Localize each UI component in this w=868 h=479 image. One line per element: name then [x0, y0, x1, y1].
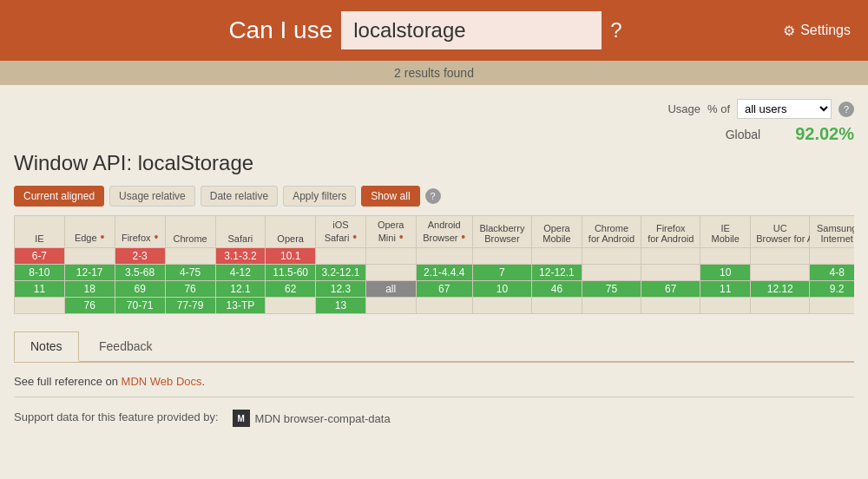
apply-filters-button[interactable]: Apply filters: [283, 186, 356, 207]
notes-content: See full reference on MDN Web Docs. Supp…: [14, 363, 854, 439]
compat-cell: [165, 248, 215, 265]
compat-cell: [316, 248, 366, 265]
compat-cell: [365, 298, 416, 314]
compat-cell: [700, 298, 751, 314]
browser-header: OperaMini •: [365, 216, 416, 248]
compat-cell: 76: [165, 281, 215, 298]
compat-cell: 13-TP: [215, 298, 266, 314]
compat-cell: 13: [316, 298, 366, 314]
compat-cell: 3.2-12.1: [316, 265, 366, 281]
mdn-package-label: MDN browser-compat-data: [255, 412, 391, 425]
compat-cell: 4-8: [810, 265, 854, 281]
tabs-area: Notes Feedback: [14, 331, 854, 363]
browser-header: BlackberryBrowser: [472, 216, 531, 248]
compat-cell: [751, 298, 810, 314]
header: Can I use ? ⚙ Settings: [0, 0, 868, 61]
compat-cell: all: [365, 281, 416, 298]
search-input[interactable]: [341, 11, 602, 49]
browser-header: SamsungInternet: [810, 216, 854, 248]
browser-header-row: IEEdge •Firefox •ChromeSafariOperaiOSSaf…: [15, 216, 855, 248]
browser-header: AndroidBrowser •: [416, 216, 472, 248]
compat-cell: [641, 298, 700, 314]
filter-help-icon[interactable]: ?: [425, 188, 441, 204]
compat-cell: 12-17: [64, 265, 115, 281]
users-dropdown[interactable]: all users tracked users: [737, 99, 832, 119]
compat-cell: 3.5-68: [115, 265, 165, 281]
support-data: Support data for this feature provided b…: [14, 406, 854, 427]
browser-header: Opera: [266, 216, 316, 248]
compat-cell: 11: [15, 281, 65, 298]
compat-cell: [810, 248, 854, 265]
main-content: Usage % of all users tracked users ? Glo…: [0, 85, 868, 453]
global-usage-row: Global 92.02%: [14, 124, 854, 144]
compat-cell: [472, 248, 531, 265]
browser-header: Firefoxfor Android: [641, 216, 700, 248]
compat-cell: 3.1-3.2: [215, 248, 266, 265]
compat-cell: 10: [700, 265, 751, 281]
usage-label: Usage: [667, 102, 700, 115]
reference-paragraph: See full reference on MDN Web Docs.: [14, 375, 854, 388]
compat-cell: [532, 298, 582, 314]
compat-cell: 46: [532, 281, 582, 298]
support-text: Support data for this feature provided b…: [14, 410, 219, 423]
browser-header: IEMobile: [700, 216, 751, 248]
usage-relative-button[interactable]: Usage relative: [109, 186, 195, 207]
settings-label: Settings: [800, 23, 851, 38]
usage-help-icon[interactable]: ?: [838, 102, 854, 117]
pct-of-label: % of: [707, 102, 730, 115]
compat-cell: 18: [64, 281, 115, 298]
browser-header: Edge •: [64, 216, 115, 248]
compat-cell: [810, 298, 854, 314]
compat-cell: 67: [416, 281, 472, 298]
compat-cell: 10: [472, 281, 531, 298]
compat-cell: 12-12.1: [532, 265, 582, 281]
tab-notes[interactable]: Notes: [14, 331, 79, 362]
feature-title: Window API: localStorage: [14, 151, 854, 175]
mdn-link[interactable]: MDN Web Docs: [122, 375, 202, 388]
tab-feedback[interactable]: Feedback: [82, 331, 168, 361]
compat-cell: [472, 298, 531, 314]
date-relative-button[interactable]: Date relative: [201, 186, 278, 207]
compat-cell: [365, 248, 416, 265]
compat-cell: 62: [266, 281, 316, 298]
can-i-use-label: Can I use: [228, 16, 332, 44]
compat-cell: [365, 265, 416, 281]
compat-cell: [64, 248, 115, 265]
global-percentage: 92.02%: [795, 124, 854, 144]
compat-cell: 69: [115, 281, 165, 298]
usage-area: Usage % of all users tracked users ?: [14, 99, 854, 119]
search-help-icon[interactable]: ?: [610, 18, 621, 43]
compat-cell: 77-79: [165, 298, 215, 314]
filter-bar: Current aligned Usage relative Date rela…: [14, 186, 854, 207]
compat-cell: 12.3: [316, 281, 366, 298]
browser-header: UCBrowser for Android: [751, 216, 810, 248]
compat-cell: [641, 265, 700, 281]
compat-cell: [582, 265, 641, 281]
table-row: 8-1012-173.5-684-754-1211.5-603.2-12.12.…: [15, 265, 855, 281]
compat-cell: 70-71: [115, 298, 165, 314]
show-all-button[interactable]: Show all: [361, 186, 419, 207]
compat-cell: [15, 298, 65, 314]
compat-cell: 12.1: [215, 281, 266, 298]
compat-cell: 7: [472, 265, 531, 281]
current-aligned-button[interactable]: Current aligned: [14, 186, 104, 207]
compat-cell: [641, 248, 700, 265]
browser-header: Firefox •: [115, 216, 165, 248]
compat-cell: [582, 248, 641, 265]
compat-tbody: 6-72-33.1-3.210.18-1012-173.5-684-754-12…: [15, 248, 855, 314]
table-row: 7670-7177-7913-TP13: [15, 298, 855, 314]
settings-button[interactable]: ⚙ Settings: [783, 23, 851, 39]
results-bar: 2 results found: [0, 61, 868, 85]
table-row: 6-72-33.1-3.210.1: [15, 248, 855, 265]
compat-cell: [582, 298, 641, 314]
gear-icon: ⚙: [783, 23, 795, 39]
compat-cell: 11.5-60: [266, 265, 316, 281]
compat-cell: 9.2: [810, 281, 854, 298]
global-label: Global: [726, 128, 760, 141]
compat-cell: 76: [64, 298, 115, 314]
browser-header: Chrome: [165, 216, 215, 248]
compat-cell: 8-10: [15, 265, 65, 281]
browser-header: IE: [15, 216, 65, 248]
mdn-logo-icon: M: [233, 410, 250, 427]
compat-cell: 11: [700, 281, 751, 298]
